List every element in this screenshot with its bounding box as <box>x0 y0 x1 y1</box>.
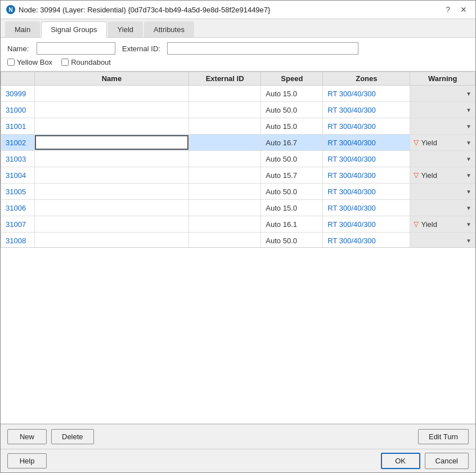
warning-dropdown-arrow[interactable]: ▼ <box>462 205 475 211</box>
tab-main[interactable]: Main <box>5 21 40 37</box>
title-bar-controls: ? ✕ <box>443 4 470 15</box>
help-button[interactable]: Help <box>7 453 47 468</box>
table-row[interactable]: 31005Auto 50.0RT 300/40/300▼ <box>1 184 475 200</box>
cell-zones: RT 300/40/300 <box>323 184 410 200</box>
cell-name[interactable] <box>35 102 189 118</box>
cell-name[interactable] <box>35 118 189 135</box>
ok-button[interactable]: OK <box>381 453 420 469</box>
col-header-warning: Warning <box>410 72 475 86</box>
name-row: Name: External ID: <box>7 42 469 55</box>
table-row[interactable]: 31001Auto 15.0RT 300/40/300▼ <box>1 118 475 135</box>
app-icon: N <box>6 5 15 14</box>
cell-warning[interactable]: ▼ <box>410 86 475 102</box>
cell-name[interactable] <box>35 86 189 102</box>
cell-external-id <box>188 118 261 135</box>
cell-warning[interactable]: ▼ <box>410 184 475 200</box>
cell-zones: RT 300/40/300 <box>323 167 410 184</box>
cell-warning[interactable]: ▼ <box>410 118 475 135</box>
cell-speed: Auto 50.0 <box>261 151 323 167</box>
warning-dropdown-arrow[interactable]: ▼ <box>462 107 475 113</box>
cell-warning[interactable]: ▽Yield▼ <box>410 135 475 151</box>
yellow-box-checkbox[interactable] <box>7 59 15 66</box>
warning-dropdown-arrow[interactable]: ▼ <box>462 221 475 227</box>
cell-name[interactable] <box>35 200 189 216</box>
cell-zones: RT 300/40/300 <box>323 102 410 118</box>
cell-warning[interactable]: ▼ <box>410 102 475 118</box>
yellow-box-label[interactable]: Yellow Box <box>7 58 52 66</box>
cell-zones: RT 300/40/300 <box>323 216 410 233</box>
cell-name[interactable] <box>35 184 189 200</box>
warning-dropdown-arrow[interactable]: ▼ <box>462 91 475 97</box>
table-header-row: Name External ID Speed Zones Warning <box>1 72 475 86</box>
cell-name[interactable] <box>35 135 189 151</box>
roundabout-label[interactable]: Roundabout <box>61 58 111 66</box>
cell-warning[interactable]: ▼ <box>410 151 475 167</box>
help-title-button[interactable]: ? <box>443 4 453 15</box>
warning-dropdown-arrow[interactable]: ▼ <box>462 172 475 179</box>
cell-zones: RT 300/40/300 <box>323 86 410 102</box>
name-edit-input[interactable] <box>35 135 188 150</box>
cancel-button[interactable]: Cancel <box>425 453 469 469</box>
right-buttons: Edit Turn <box>418 429 469 444</box>
cell-external-id <box>188 167 261 184</box>
cell-name[interactable] <box>35 167 189 184</box>
cell-external-id <box>188 216 261 233</box>
cell-zones: RT 300/40/300 <box>323 118 410 135</box>
window-title: Node: 30994 (Layer: Residential) {0d7d73… <box>19 6 270 14</box>
cell-id: 31008 <box>1 233 35 248</box>
edit-turn-button[interactable]: Edit Turn <box>418 429 469 444</box>
cell-name[interactable] <box>35 216 189 233</box>
title-bar-left: N Node: 30994 (Layer: Residential) {0d7d… <box>6 5 270 14</box>
cell-id: 31002 <box>1 135 35 151</box>
cell-speed: Auto 15.0 <box>261 200 323 216</box>
table-row[interactable]: 31008Auto 50.0RT 300/40/300▼ <box>1 233 475 248</box>
title-bar: N Node: 30994 (Layer: Residential) {0d7d… <box>1 1 475 19</box>
cell-external-id <box>188 86 261 102</box>
table-row[interactable]: 30999Auto 15.0RT 300/40/300▼ <box>1 86 475 102</box>
name-input[interactable] <box>37 42 115 55</box>
cell-speed: Auto 15.0 <box>261 86 323 102</box>
yield-icon: ▽ <box>414 220 419 228</box>
warning-dropdown-arrow[interactable]: ▼ <box>462 189 475 195</box>
table-row[interactable]: 31003Auto 50.0RT 300/40/300▼ <box>1 151 475 167</box>
cell-warning[interactable]: ▽Yield▼ <box>410 167 475 184</box>
new-button[interactable]: New <box>7 429 47 444</box>
roundabout-checkbox[interactable] <box>61 59 69 66</box>
empty-area <box>1 248 475 424</box>
cell-warning[interactable]: ▼ <box>410 233 475 248</box>
tab-signal-groups[interactable]: Signal Groups <box>41 21 106 38</box>
cell-speed: Auto 50.0 <box>261 233 323 248</box>
warning-label: Yield <box>421 171 437 180</box>
warning-dropdown-arrow[interactable]: ▼ <box>462 238 475 244</box>
main-window: N Node: 30994 (Layer: Residential) {0d7d… <box>0 0 476 473</box>
table-row[interactable]: 31000Auto 50.0RT 300/40/300▼ <box>1 102 475 118</box>
dialog-footer: Help OK Cancel <box>1 449 475 472</box>
cell-name[interactable] <box>35 233 189 248</box>
warning-dropdown-arrow[interactable]: ▼ <box>462 140 475 146</box>
cell-external-id <box>188 233 261 248</box>
cell-id: 31007 <box>1 216 35 233</box>
action-buttons-row: New Delete Edit Turn <box>1 424 475 449</box>
ok-cancel-group: OK Cancel <box>381 453 469 469</box>
cell-name[interactable] <box>35 151 189 167</box>
cell-id: 31000 <box>1 102 35 118</box>
cell-warning[interactable]: ▼ <box>410 200 475 216</box>
table-row[interactable]: 31004Auto 15.7RT 300/40/300▽Yield▼ <box>1 167 475 184</box>
tab-attributes[interactable]: Attributes <box>144 21 194 37</box>
cell-zones: RT 300/40/300 <box>323 233 410 248</box>
warning-dropdown-arrow[interactable]: ▼ <box>462 123 475 130</box>
tab-yield[interactable]: Yield <box>108 21 143 37</box>
table-row[interactable]: 31007Auto 16.1RT 300/40/300▽Yield▼ <box>1 216 475 233</box>
cell-speed: Auto 15.0 <box>261 118 323 135</box>
table-row[interactable]: 31006Auto 15.0RT 300/40/300▼ <box>1 200 475 216</box>
close-button[interactable]: ✕ <box>457 4 470 15</box>
warning-dropdown-arrow[interactable]: ▼ <box>462 156 475 162</box>
table-row[interactable]: 31002Auto 16.7RT 300/40/300▽Yield▼ <box>1 135 475 151</box>
left-buttons: New Delete <box>7 429 94 444</box>
cell-speed: Auto 50.0 <box>261 102 323 118</box>
cell-warning[interactable]: ▽Yield▼ <box>410 216 475 233</box>
external-id-input[interactable] <box>167 42 358 55</box>
checkbox-row: Yellow Box Roundabout <box>7 58 469 66</box>
delete-button[interactable]: Delete <box>51 429 94 444</box>
cell-zones: RT 300/40/300 <box>323 151 410 167</box>
